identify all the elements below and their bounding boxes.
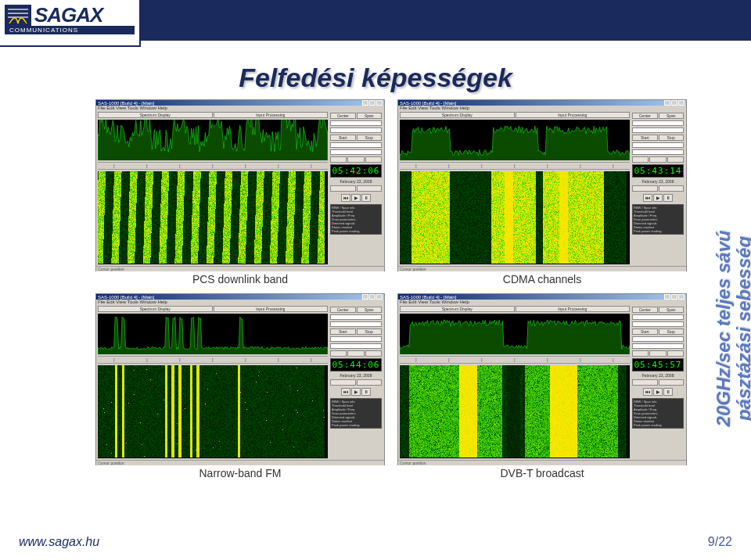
logo-icon: [5, 5, 31, 27]
tab-input: Input Processing: [516, 306, 631, 312]
spectrum-plot: [400, 314, 630, 354]
small-btn: [632, 379, 658, 386]
rewind-icon: ⏮: [341, 194, 350, 202]
small-btn: [667, 156, 684, 163]
start-field: [632, 336, 684, 342]
pause-icon: ⏸: [663, 388, 673, 396]
small-btn: [659, 379, 685, 386]
start-button: Start: [632, 135, 658, 141]
status-bar: Cursor position: [398, 460, 686, 465]
footer-url: www.sagax.hu: [19, 535, 99, 549]
small-btn: [632, 350, 649, 357]
frequency-ruler: |||||||: [400, 356, 630, 364]
close-icon: [376, 294, 383, 300]
minimize-icon: [362, 294, 368, 300]
app-window: SAS-1000 [Build 4] - [Main] File Edit Vi…: [397, 99, 687, 271]
center-button: Center: [330, 113, 356, 119]
small-btn: [330, 156, 347, 163]
center-button: Center: [632, 307, 658, 313]
window-titlebar: SAS-1000 [Build 4] - [Main]: [398, 100, 686, 106]
info-readout: RBW / Span infoThreshold levelAmplitude …: [632, 204, 684, 235]
span-button: Span: [659, 307, 685, 313]
window-titlebar: SAS-1000 [Build 4] - [Main]: [398, 294, 686, 300]
small-btn: [632, 185, 658, 192]
pause-icon: ⏸: [361, 388, 371, 396]
stop-field: [330, 343, 382, 349]
panel-caption: Narrow-band FM: [199, 467, 281, 479]
app-window: SAS-1000 [Build 4] - [Main] File Edit Vi…: [95, 99, 385, 271]
tab-spectrum: Spectrum Display: [98, 306, 213, 312]
small-btn: [365, 350, 382, 357]
span-button: Span: [357, 307, 383, 313]
date-display: February 23, 2008: [330, 373, 382, 378]
span-field: [330, 127, 382, 133]
stop-button: Stop: [659, 135, 685, 141]
maximize-icon: [369, 294, 376, 300]
minimize-icon: [362, 100, 368, 106]
stop-field: [632, 343, 684, 349]
side-line-2: pásztázási sebesség: [734, 141, 751, 516]
spectrum-plot: [98, 314, 328, 354]
date-display: February 23, 2008: [632, 179, 684, 184]
small-btn: [659, 185, 685, 192]
span-field: [330, 321, 382, 327]
center-field: [632, 314, 684, 320]
frequency-ruler: |||||||: [98, 356, 328, 364]
footer: www.sagax.hu 9/22: [19, 535, 732, 549]
app-window: SAS-1000 [Build 4] - [Main] File Edit Vi…: [397, 293, 687, 465]
status-bar: Cursor position: [96, 266, 384, 271]
small-btn: [330, 379, 356, 386]
screenshot-panel: SAS-1000 [Build 4] - [Main] File Edit Vi…: [95, 293, 386, 479]
control-panel: Center Span Start Stop 05:43:14 February…: [631, 112, 685, 264]
window-title: SAS-1000 [Build 4] - [Main]: [400, 101, 456, 106]
waterfall-plot: [98, 365, 328, 458]
footer-page: 9/22: [708, 535, 732, 549]
info-readout: RBW / Span infoThreshold levelAmplitude …: [330, 398, 382, 429]
screenshot-panel: SAS-1000 [Build 4] - [Main] File Edit Vi…: [397, 99, 688, 285]
logo-brand-text: SAGAX: [34, 3, 102, 27]
close-icon: [678, 294, 685, 300]
small-btn: [667, 350, 684, 357]
center-button: Center: [330, 307, 356, 313]
center-field: [330, 120, 382, 126]
panel-caption: PCS downlink band: [192, 273, 288, 285]
start-button: Start: [330, 135, 356, 141]
span-button: Span: [357, 113, 383, 119]
status-bar: Cursor position: [398, 266, 686, 271]
stop-button: Stop: [357, 328, 383, 335]
start-button: Start: [632, 328, 658, 335]
pause-icon: ⏸: [663, 194, 673, 202]
small-btn: [347, 350, 364, 357]
small-btn: [347, 156, 364, 163]
minimize-icon: [664, 100, 670, 106]
small-btn: [649, 350, 666, 357]
app-window: SAS-1000 [Build 4] - [Main] File Edit Vi…: [95, 293, 385, 465]
logo: SAGAX COMMUNICATIONS: [0, 0, 141, 47]
logo-subtitle: COMMUNICATIONS: [5, 26, 135, 34]
tab-input: Input Processing: [516, 112, 631, 118]
spectrum-plot: [400, 120, 630, 160]
play-icon: ▶: [653, 388, 663, 396]
stop-field: [632, 149, 684, 155]
control-panel: Center Span Start Stop 05:45:57 February…: [631, 306, 685, 458]
small-btn: [649, 156, 666, 163]
play-icon: ▶: [351, 388, 361, 396]
rewind-icon: ⏮: [643, 194, 652, 202]
tab-input: Input Processing: [214, 112, 329, 118]
window-title: SAS-1000 [Build 4] - [Main]: [98, 295, 154, 300]
tab-input: Input Processing: [214, 306, 329, 312]
play-icon: ▶: [351, 194, 361, 202]
small-btn: [330, 185, 356, 192]
start-field: [632, 142, 684, 148]
tab-spectrum: Spectrum Display: [400, 306, 515, 312]
start-button: Start: [330, 328, 356, 335]
start-field: [330, 336, 382, 342]
time-display: 05:45:57: [632, 358, 684, 372]
window-title: SAS-1000 [Build 4] - [Main]: [400, 295, 456, 300]
window-title: SAS-1000 [Build 4] - [Main]: [98, 101, 154, 106]
control-panel: Center Span Start Stop 05:44:06 February…: [329, 306, 383, 458]
screenshot-panel: SAS-1000 [Build 4] - [Main] File Edit Vi…: [397, 293, 688, 479]
center-field: [330, 314, 382, 320]
waterfall-plot: [400, 171, 630, 264]
tab-spectrum: Spectrum Display: [98, 112, 213, 118]
